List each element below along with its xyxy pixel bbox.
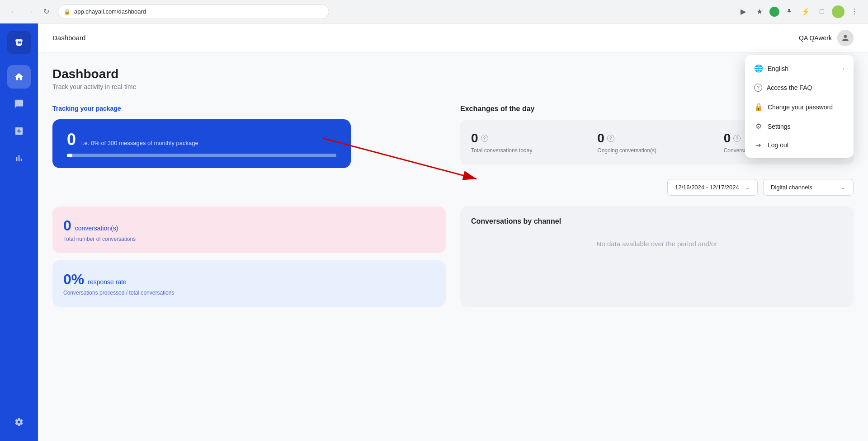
browser-chrome: ← → ↻ 🔒 app.chayall.com/dashboard ▶ ★ 🖈 … xyxy=(0,0,868,23)
user-avatar[interactable] xyxy=(837,30,854,46)
avatar-icon xyxy=(841,33,850,42)
stat-total-value: 0 ? xyxy=(471,131,590,145)
stat-overdue-help[interactable]: ? xyxy=(733,135,741,142)
main-grid: Tracking your package 0 i.e. 0% of 300 m… xyxy=(52,105,854,168)
home-icon xyxy=(14,72,24,82)
extension-1[interactable] xyxy=(769,7,779,17)
add-icon xyxy=(14,126,24,136)
sidebar-item-settings[interactable] xyxy=(7,410,31,434)
stats-icon xyxy=(14,153,24,163)
dropdown-item-logout[interactable]: ➔ Log out xyxy=(745,136,854,154)
left-column: Tracking your package 0 i.e. 0% of 300 m… xyxy=(52,105,446,168)
address-bar[interactable]: 🔒 app.chayall.com/dashboard xyxy=(58,5,329,19)
tracking-desc: i.e. 0% of 300 messages of monthly packa… xyxy=(81,140,198,146)
stat-ongoing-help[interactable]: ? xyxy=(607,135,614,142)
password-label: Change your password xyxy=(768,103,833,111)
extension-3[interactable]: ⚡ xyxy=(799,5,812,18)
date-filter[interactable]: 12/16/2024 - 12/17/2024 ⌄ xyxy=(667,179,758,196)
response-rate-label: response rate xyxy=(88,278,127,286)
lock-menu-icon: 🔒 xyxy=(754,103,763,111)
no-data-text: No data available over the period and/or xyxy=(471,240,843,248)
app-container: C xyxy=(0,23,868,441)
sidebar-logo[interactable]: C xyxy=(7,31,31,54)
extension-4[interactable]: □ xyxy=(816,5,828,18)
tracking-section-title: Tracking your package xyxy=(52,105,446,112)
conversations-count: 0 xyxy=(63,217,71,234)
logout-icon: ➔ xyxy=(754,141,763,149)
stat-total-help[interactable]: ? xyxy=(481,135,488,142)
channel-section-title: Conversations by channel xyxy=(471,217,843,225)
app-header: Dashboard QA QAwerk xyxy=(38,23,868,52)
conversations-by-channel: Conversations by channel No data availab… xyxy=(460,206,854,307)
tracking-card: 0 i.e. 0% of 300 messages of monthly pac… xyxy=(52,119,351,168)
logo-icon: C xyxy=(12,35,26,50)
main-content: Dashboard QA QAwerk 🌐 English › ? Access… xyxy=(38,23,868,441)
response-rate-sublabel: Conversations processed / total conversa… xyxy=(63,290,435,296)
globe-icon: 🌐 xyxy=(754,64,763,73)
stat-total-conversations: 0 ? Total conversations today xyxy=(471,131,590,154)
language-label: English xyxy=(768,65,788,72)
forward-button[interactable]: → xyxy=(24,5,36,18)
page-content: Dashboard Track your activity in real-ti… xyxy=(38,52,868,321)
stat-ongoing-value: 0 ? xyxy=(597,131,716,145)
date-filter-value: 12/16/2024 - 12/17/2024 xyxy=(675,184,739,191)
url-text: app.chayall.com/dashboard xyxy=(74,8,146,15)
svg-text:C: C xyxy=(17,40,20,45)
filter-row: 12/16/2024 - 12/17/2024 ⌄ Digital channe… xyxy=(52,179,854,196)
response-rate-card: 0% response rate Conversations processed… xyxy=(52,260,446,307)
bottom-row: 0 conversation(s) Total number of conver… xyxy=(52,206,854,307)
reload-button[interactable]: ↻ xyxy=(40,5,52,18)
settings-icon xyxy=(14,417,24,427)
conversations-label: conversation(s) xyxy=(75,225,118,232)
page-subtitle: Track your activity in real-time xyxy=(52,83,854,90)
sidebar-item-home[interactable] xyxy=(7,65,31,89)
tracking-number: 0 xyxy=(67,130,76,149)
faq-label: Access the FAQ xyxy=(767,84,812,91)
sidebar-nav xyxy=(0,65,38,170)
profile-button[interactable] xyxy=(832,5,844,18)
bookmark-button[interactable]: ★ xyxy=(753,5,766,18)
stat-ongoing: 0 ? Ongoing conversation(s) xyxy=(597,131,716,154)
app-header-title: Dashboard xyxy=(52,34,85,42)
conversations-sublabel: Total number of conversations xyxy=(63,236,435,242)
left-metrics: 0 conversation(s) Total number of conver… xyxy=(52,206,446,307)
browser-nav-buttons: ← → ↻ xyxy=(7,5,52,18)
browser-actions: ▶ ★ 🖈 ⚡ □ ⋮ xyxy=(737,5,861,18)
dropdown-menu: 🌐 English › ? Access the FAQ 🔒 Change yo… xyxy=(745,55,854,158)
dropdown-item-settings[interactable]: ⚙ Settings xyxy=(745,117,854,136)
screen-cast-button[interactable]: ▶ xyxy=(737,5,750,18)
channel-filter[interactable]: Digital channels ⌄ xyxy=(763,179,854,196)
settings-menu-icon: ⚙ xyxy=(754,122,763,131)
stat-total-label: Total conversations today xyxy=(471,147,590,154)
lock-icon: 🔒 xyxy=(64,9,71,15)
dropdown-item-language[interactable]: 🌐 English › xyxy=(745,59,854,78)
dropdown-item-faq[interactable]: ? Access the FAQ xyxy=(745,78,854,97)
back-button[interactable]: ← xyxy=(7,5,20,18)
logout-label: Log out xyxy=(768,141,789,149)
header-right: QA QAwerk xyxy=(799,30,854,46)
user-name: QA QAwerk xyxy=(799,34,832,42)
sidebar-item-stats[interactable] xyxy=(7,146,31,170)
page-title: Dashboard xyxy=(52,67,854,81)
stat-ongoing-label: Ongoing conversation(s) xyxy=(597,147,716,154)
tracking-progress-bar-bg xyxy=(67,154,336,157)
extension-2[interactable]: 🖈 xyxy=(783,5,796,18)
settings-label: Settings xyxy=(768,123,791,130)
sidebar-item-new[interactable] xyxy=(7,119,31,143)
chat-icon xyxy=(14,99,24,109)
menu-button[interactable]: ⋮ xyxy=(848,5,861,18)
date-filter-chevron-icon: ⌄ xyxy=(745,184,750,191)
language-chevron-icon: › xyxy=(843,66,844,72)
response-rate-value: 0% xyxy=(63,271,84,288)
channel-filter-value: Digital channels xyxy=(771,184,812,191)
dropdown-item-password[interactable]: 🔒 Change your password xyxy=(745,97,854,117)
tracking-progress-bar-fill xyxy=(67,154,72,157)
sidebar-item-chat[interactable] xyxy=(7,92,31,116)
faq-icon: ? xyxy=(754,84,762,92)
sidebar: C xyxy=(0,23,38,441)
conversations-metric-card: 0 conversation(s) Total number of conver… xyxy=(52,206,446,253)
channel-filter-chevron-icon: ⌄ xyxy=(841,184,846,191)
